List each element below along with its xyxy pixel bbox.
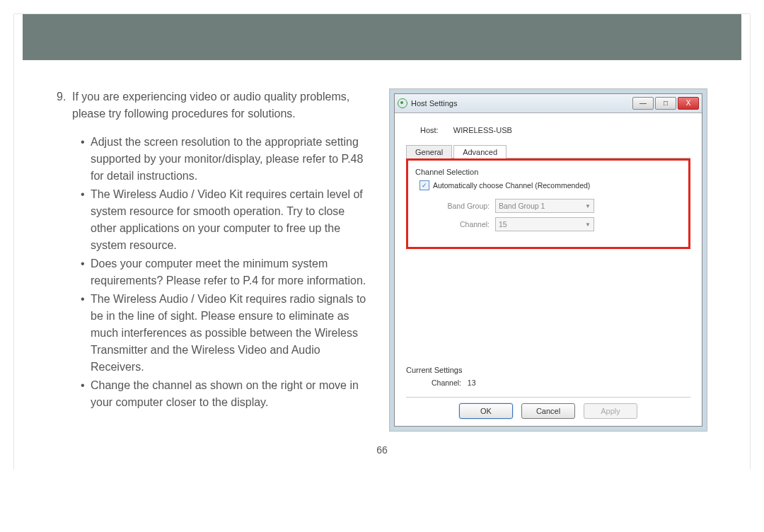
host-row: Host: WIRELESS-USB [420, 126, 690, 134]
window-title: Host Settings [411, 99, 457, 108]
bullet-dot: • [81, 134, 91, 185]
titlebar: Host Settings — □ X [395, 94, 702, 113]
auto-channel-label: Automatically choose Channel (Recommende… [433, 181, 590, 190]
current-settings-title: Current Settings [406, 366, 690, 374]
bullet-dot: • [81, 377, 91, 411]
channel-selection-highlight: Channel Selection ✓ Automatically choose… [406, 158, 690, 249]
bullet-item: The Wireless Audio / Video Kit requires … [91, 291, 368, 376]
ok-button[interactable]: OK [459, 403, 513, 419]
app-icon [398, 98, 407, 108]
embedded-screenshot: Host Settings — □ X Host: WIRELESS-USB G… [389, 88, 707, 432]
channel-selection-title: Channel Selection [415, 168, 681, 176]
document-page: 9. If you are experiencing video or audi… [14, 14, 750, 470]
auto-channel-checkbox[interactable]: ✓ [419, 180, 429, 190]
chevron-down-icon: ▼ [585, 203, 591, 209]
header-banner [23, 14, 741, 60]
page-content: 9. If you are experiencing video or audi… [14, 60, 750, 439]
bullet-dot: • [81, 291, 91, 376]
step-intro: If you are experiencing video or audio q… [72, 88, 368, 122]
current-channel-value: 13 [468, 378, 476, 387]
host-settings-window: Host Settings — □ X Host: WIRELESS-USB G… [394, 93, 702, 427]
bullet-dot: • [81, 186, 91, 254]
tab-advanced[interactable]: Advanced [453, 145, 507, 158]
bullet-item: Adjust the screen resolution to the appr… [91, 134, 368, 185]
host-value: WIRELESS-USB [453, 126, 512, 134]
channel-value: 15 [499, 220, 507, 229]
band-group-label: Band Group: [436, 202, 490, 210]
cancel-button[interactable]: Cancel [521, 403, 575, 419]
bullet-item: Does your computer meet the minimum syst… [91, 255, 368, 289]
channel-select[interactable]: 15 ▼ [495, 217, 594, 231]
host-label: Host: [420, 126, 439, 134]
dialog-buttons: OK Cancel Apply [406, 397, 690, 419]
channel-label: Channel: [436, 220, 490, 229]
bullet-item: Change the channel as shown on the right… [91, 377, 368, 411]
tab-general[interactable]: General [406, 145, 452, 158]
bullet-dot: • [81, 255, 91, 289]
bullet-list: •Adjust the screen resolution to the app… [81, 134, 368, 411]
chevron-down-icon: ▼ [585, 221, 591, 228]
apply-button[interactable]: Apply [584, 403, 637, 419]
band-group-select[interactable]: Band Group 1 ▼ [495, 199, 594, 213]
bullet-item: The Wireless Audio / Video Kit requires … [91, 186, 368, 254]
instruction-text: 9. If you are experiencing video or audi… [57, 88, 368, 412]
close-button[interactable]: X [678, 97, 699, 110]
maximize-button[interactable]: □ [655, 97, 676, 110]
page-number: 66 [14, 439, 750, 470]
current-channel-label: Channel: [432, 378, 461, 387]
tabs: General Advanced [406, 144, 690, 158]
current-settings: Current Settings Channel: 13 [406, 366, 690, 387]
minimize-button[interactable]: — [632, 97, 654, 110]
band-group-value: Band Group 1 [499, 202, 545, 210]
step-number: 9. [57, 88, 72, 122]
